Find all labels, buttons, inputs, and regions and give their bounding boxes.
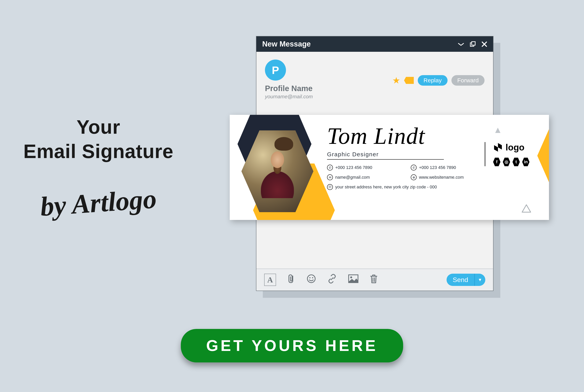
linkedin-icon[interactable]: in xyxy=(522,158,530,166)
svg-rect-1 xyxy=(472,42,475,45)
avatar[interactable]: P xyxy=(265,60,286,80)
reply-button[interactable]: Replay xyxy=(418,75,448,86)
send-button[interactable]: Send ▼ xyxy=(446,274,485,286)
globe-icon: ⊕ xyxy=(411,174,416,180)
phone-icon: ✆ xyxy=(327,165,333,170)
emoji-icon[interactable] xyxy=(306,274,316,286)
twitter-icon[interactable]: t xyxy=(512,158,520,166)
logo-text: logo xyxy=(506,142,524,152)
signature-phone1: ✆ +000 123 456 7890 xyxy=(327,165,399,170)
profile-email: yourname@mail.com xyxy=(265,94,313,100)
compose-titlebar: New Message xyxy=(256,36,493,52)
email-icon: ✉ xyxy=(327,174,333,180)
signature-card: ▲ Tom Lindt Graphic Designer ✆ +000 123 … xyxy=(230,115,549,220)
signature-name: Tom Lindt xyxy=(327,122,490,150)
signature-phone2: ✆ +000 123 456 7890 xyxy=(411,165,490,170)
forward-button[interactable]: Forward xyxy=(452,75,484,86)
hexagon-yellow-right-decor xyxy=(537,122,549,189)
instagram-icon[interactable]: ◎ xyxy=(503,158,510,166)
signature-address: ⦿ your street address here, new york cit… xyxy=(327,184,490,190)
link-icon[interactable] xyxy=(327,274,337,286)
tag-icon[interactable] xyxy=(404,77,414,84)
logo-icon xyxy=(493,142,503,152)
compose-title: New Message xyxy=(262,40,311,48)
triangle-down-icon xyxy=(521,204,532,213)
svg-point-3 xyxy=(309,277,310,278)
location-icon: ⦿ xyxy=(327,184,333,190)
promo-copy: Your Email Signature by Artlogo xyxy=(23,115,174,218)
svg-point-6 xyxy=(350,276,352,278)
send-label: Send xyxy=(446,274,474,286)
cta-button[interactable]: GET YOURS HERE xyxy=(181,329,403,362)
trash-icon[interactable] xyxy=(370,274,378,286)
headline-line1: Your xyxy=(23,115,174,139)
facebook-icon[interactable]: f xyxy=(493,158,500,166)
format-text-icon[interactable]: A xyxy=(264,274,276,286)
divider xyxy=(327,159,444,160)
svg-point-2 xyxy=(308,275,315,282)
signature-website: ⊕ www.websitename.com xyxy=(411,174,490,180)
compose-toolbar: A Send ▼ xyxy=(256,268,493,290)
signature-email: ✉ name@gmail.com xyxy=(327,174,399,180)
star-icon[interactable]: ★ xyxy=(392,75,400,86)
attachment-icon[interactable] xyxy=(287,274,296,286)
svg-point-4 xyxy=(312,277,313,278)
headline-line2: Email Signature xyxy=(23,139,174,164)
signature-logo-block: logo f ◎ t in xyxy=(485,142,530,166)
maximize-icon[interactable] xyxy=(470,41,476,47)
signature-job-title: Graphic Designer xyxy=(327,151,490,158)
image-icon[interactable] xyxy=(348,274,358,285)
byline: by Artlogo xyxy=(22,182,174,223)
phone-icon: ✆ xyxy=(411,165,416,170)
close-icon[interactable] xyxy=(482,41,487,47)
triangle-up-icon: ▲ xyxy=(493,124,502,135)
send-dropdown-icon[interactable]: ▼ xyxy=(474,274,485,286)
profile-name: Profile Name xyxy=(265,84,313,93)
minimize-icon[interactable] xyxy=(458,42,464,46)
